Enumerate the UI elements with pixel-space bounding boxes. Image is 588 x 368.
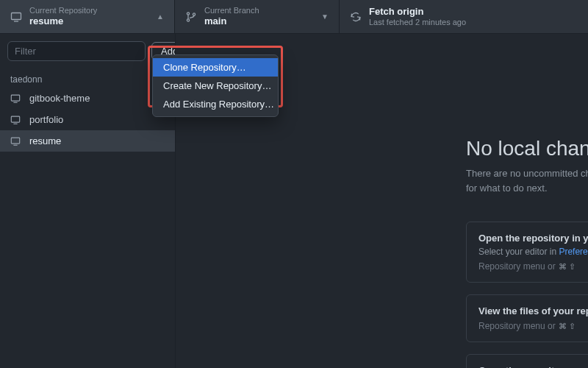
desktop-icon [10, 11, 22, 23]
chevron-down-icon: ▼ [321, 13, 329, 21]
fetch-origin-subtitle: Last fetched 2 minutes ago [369, 18, 466, 27]
repo-name: resume [29, 135, 61, 146]
sidebar-repo-item[interactable]: gitbook-theme [0, 88, 175, 109]
preferences-link[interactable]: Preferences [559, 247, 588, 257]
keyboard-shortcut: ⌘ ⇧ [559, 322, 576, 331]
branch-icon [185, 11, 197, 23]
suggestion-cards: Open the repository in your editorSelect… [176, 222, 588, 368]
current-repository-selector[interactable]: Current Repository resume ▲ [0, 0, 175, 33]
suggestion-card[interactable]: Open the repository in your editorSelect… [466, 222, 588, 283]
current-branch-label: Current Branch [204, 6, 259, 15]
owner-label: taedonn [0, 68, 175, 88]
add-dropdown: Clone Repository…Create New Repository…A… [152, 54, 279, 117]
keyboard-shortcut: ⌘ ⇧ [559, 262, 576, 272]
svg-point-2 [187, 12, 189, 14]
repo-name: portfolio [29, 114, 63, 125]
svg-rect-0 [12, 13, 21, 19]
suggestion-card[interactable]: View the files of your repositoryReposit… [466, 294, 588, 342]
svg-rect-7 [11, 116, 19, 122]
svg-point-4 [193, 13, 195, 15]
no-changes-title: No local changes [176, 137, 588, 160]
sidebar-repo-item[interactable]: portfolio [0, 109, 175, 130]
dropdown-item[interactable]: Clone Repository… [153, 58, 278, 77]
current-branch-value: main [204, 15, 259, 27]
card-subtitle: Select your editor in Preferences [478, 247, 588, 257]
current-repository-value: resume [29, 15, 97, 27]
desktop-icon [10, 115, 22, 125]
current-branch-selector[interactable]: Current Branch main ▼ [175, 0, 340, 33]
repo-list: gitbook-themeportfolioresume [0, 88, 175, 152]
card-title: Open the repository in your editor [478, 233, 588, 244]
svg-rect-5 [11, 95, 19, 101]
repo-name: gitbook-theme [29, 93, 90, 104]
suggestion-card[interactable]: Open the repository pageRepository menu … [466, 354, 588, 368]
dropdown-item[interactable]: Create New Repository… [153, 77, 278, 95]
chevron-up-icon: ▲ [157, 13, 164, 21]
fetch-origin-button[interactable]: Fetch origin Last fetched 2 minutes ago [340, 0, 588, 33]
card-title: Open the repository page [478, 365, 588, 368]
topbar: Current Repository resume ▲ Current Bran… [0, 0, 588, 34]
filter-input[interactable] [7, 41, 146, 61]
main-area: Clone Repository…Create New Repository…A… [175, 34, 588, 368]
card-title: View the files of your repository [478, 305, 588, 316]
dropdown-item[interactable]: Add Existing Repository… [153, 95, 278, 113]
card-menu-hint: Repository menu or⌘ ⇧ [478, 261, 588, 272]
sync-icon [350, 11, 362, 23]
no-changes-sub-line2: for what to do next. [176, 181, 588, 196]
fetch-origin-title: Fetch origin [369, 6, 466, 18]
svg-point-3 [187, 18, 189, 21]
no-changes-sub-line1: There are no uncommitted changes [176, 166, 588, 181]
filter-bar: Add ▼ [0, 34, 175, 68]
sidebar-repo-item[interactable]: resume [0, 130, 175, 152]
current-repository-label: Current Repository [29, 6, 97, 15]
svg-rect-9 [11, 138, 19, 144]
sidebar: Add ▼ taedonn gitbook-themeportfolioresu… [0, 34, 175, 368]
card-menu-hint: Repository menu or⌘ ⇧ [478, 321, 588, 331]
desktop-icon [10, 136, 22, 146]
desktop-icon [10, 93, 22, 104]
